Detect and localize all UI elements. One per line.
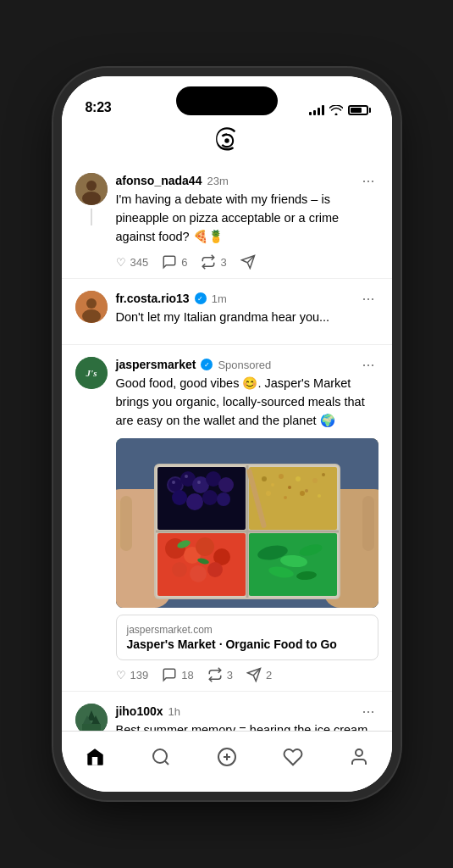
app-header bbox=[62, 120, 392, 161]
svg-point-42 bbox=[266, 491, 271, 496]
heart-icon: ♡ bbox=[116, 256, 126, 269]
post-text-costa: Don't let my Italian grandma hear you... bbox=[116, 309, 378, 327]
svg-rect-72 bbox=[82, 724, 101, 731]
svg-point-26 bbox=[186, 493, 203, 510]
svg-point-54 bbox=[207, 562, 223, 577]
nav-profile[interactable] bbox=[339, 737, 379, 777]
svg-point-41 bbox=[322, 473, 325, 476]
repost-button-afonso[interactable]: 3 bbox=[201, 254, 226, 270]
post-text-jiho: Best summer memory = hearing the ice cre… bbox=[116, 721, 378, 731]
post-jiho: jiho100x 1h ··· Best summer memory = hea… bbox=[62, 692, 392, 731]
post-user-row-jiho: jiho100x 1h ··· bbox=[116, 704, 378, 719]
svg-point-29 bbox=[172, 481, 175, 484]
ad-link-domain: jaspersmarket.com bbox=[127, 624, 367, 636]
feed[interactable]: afonso_nada44 23m ··· I'm having a debat… bbox=[62, 161, 392, 731]
post-user-row-jaspers: jaspersmarket ✓ Sponsored ··· bbox=[116, 357, 378, 372]
username-jaspers[interactable]: jaspersmarket bbox=[116, 358, 196, 371]
bottom-nav bbox=[62, 731, 392, 792]
more-options-jaspers[interactable]: ··· bbox=[358, 357, 378, 372]
post-user-row: afonso_nada44 23m ··· bbox=[116, 173, 378, 188]
svg-point-27 bbox=[202, 490, 218, 505]
heart-icon-jaspers: ♡ bbox=[116, 669, 126, 682]
svg-point-81 bbox=[356, 749, 362, 756]
svg-point-31 bbox=[197, 481, 201, 484]
repost-button-jaspers[interactable]: 3 bbox=[207, 667, 233, 682]
username-jiho[interactable]: jiho100x bbox=[116, 704, 163, 718]
avatar-jaspers[interactable]: J's bbox=[75, 357, 108, 389]
sponsored-label: Sponsored bbox=[218, 359, 271, 371]
search-icon bbox=[151, 747, 171, 767]
svg-point-40 bbox=[312, 478, 318, 483]
post-text-jaspers: Good food, good vibes 😊. Jasper's Market… bbox=[116, 375, 378, 430]
svg-point-52 bbox=[172, 562, 187, 577]
more-options-jiho[interactable]: ··· bbox=[358, 704, 378, 719]
compose-icon bbox=[217, 747, 237, 767]
svg-point-28 bbox=[217, 492, 230, 506]
like-count-afonso: 345 bbox=[130, 256, 149, 269]
phone-frame: 8:23 bbox=[62, 76, 392, 792]
svg-point-8 bbox=[82, 309, 101, 323]
nav-activity[interactable] bbox=[273, 737, 313, 777]
svg-point-20 bbox=[168, 478, 182, 492]
profile-icon bbox=[349, 747, 369, 767]
avatar-afonso[interactable] bbox=[75, 173, 108, 205]
svg-point-30 bbox=[185, 475, 188, 478]
svg-point-2 bbox=[86, 181, 97, 191]
svg-point-39 bbox=[305, 489, 308, 492]
heart-icon-nav bbox=[283, 747, 303, 767]
like-count-jaspers: 139 bbox=[130, 669, 149, 682]
status-time: 8:23 bbox=[86, 100, 112, 115]
post-time-afonso: 23m bbox=[207, 175, 228, 187]
svg-rect-68 bbox=[362, 496, 374, 551]
comment-count-jaspers: 18 bbox=[181, 669, 193, 682]
send-button-afonso[interactable] bbox=[240, 254, 256, 270]
like-button-afonso[interactable]: ♡ 345 bbox=[116, 256, 149, 269]
svg-point-44 bbox=[300, 491, 305, 496]
comment-button-afonso[interactable]: 6 bbox=[162, 254, 187, 270]
send-icon bbox=[240, 254, 256, 270]
svg-point-50 bbox=[196, 537, 214, 556]
send-count-jaspers: 2 bbox=[266, 669, 272, 682]
svg-point-24 bbox=[218, 477, 234, 492]
repost-count-afonso: 3 bbox=[220, 256, 226, 269]
svg-point-34 bbox=[262, 476, 267, 481]
svg-point-76 bbox=[153, 749, 167, 763]
repost-icon-jaspers bbox=[207, 667, 223, 682]
send-button-jaspers[interactable]: 2 bbox=[246, 667, 272, 682]
like-button-jaspers[interactable]: ♡ 139 bbox=[116, 669, 149, 682]
battery-icon bbox=[348, 105, 368, 115]
svg-point-0 bbox=[224, 138, 229, 142]
food-image bbox=[116, 438, 378, 608]
nav-home[interactable] bbox=[75, 737, 115, 777]
wifi-icon bbox=[329, 105, 343, 115]
username-costa[interactable]: fr.costa.rio13 bbox=[116, 292, 190, 305]
svg-point-36 bbox=[279, 474, 284, 479]
verified-badge-jaspers: ✓ bbox=[201, 359, 213, 370]
phone-screen: 8:23 bbox=[62, 76, 392, 792]
svg-point-43 bbox=[284, 496, 287, 499]
svg-rect-65 bbox=[120, 496, 132, 551]
ad-link-box[interactable]: jaspersmarket.com Jasper's Market · Orga… bbox=[116, 615, 378, 660]
username-afonso[interactable]: afonso_nada44 bbox=[116, 174, 202, 187]
status-icons bbox=[309, 105, 368, 115]
threads-logo bbox=[213, 126, 241, 155]
more-options-costa[interactable]: ··· bbox=[358, 291, 378, 306]
thread-line bbox=[91, 209, 92, 225]
repost-count-jaspers: 3 bbox=[227, 669, 233, 682]
ad-image[interactable] bbox=[116, 438, 378, 608]
avatar-jiho[interactable] bbox=[75, 704, 108, 731]
nav-compose[interactable] bbox=[207, 737, 247, 777]
post-actions-afonso: ♡ 345 6 bbox=[116, 254, 378, 270]
svg-point-25 bbox=[172, 490, 187, 505]
svg-text:J's: J's bbox=[85, 368, 97, 378]
svg-point-45 bbox=[318, 494, 321, 498]
nav-search[interactable] bbox=[141, 737, 181, 777]
more-options-afonso[interactable]: ··· bbox=[358, 173, 378, 188]
home-icon bbox=[84, 746, 106, 768]
post-actions-jaspers: ♡ 139 18 bbox=[116, 667, 378, 682]
avatar-costa[interactable] bbox=[75, 291, 108, 323]
svg-point-3 bbox=[82, 192, 101, 205]
signal-icon bbox=[309, 105, 324, 115]
comment-button-jaspers[interactable]: 18 bbox=[162, 667, 193, 682]
post-text-afonso: I'm having a debate with my friends – is… bbox=[116, 191, 378, 246]
